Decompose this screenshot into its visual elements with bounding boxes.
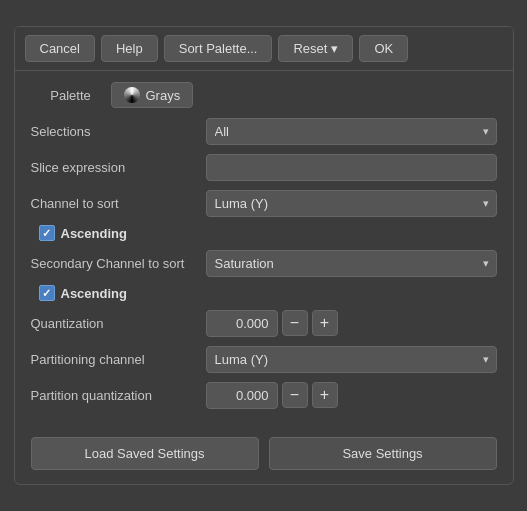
selections-label: Selections	[31, 124, 206, 139]
slice-expression-row: Slice expression	[31, 153, 497, 181]
channel-to-sort-select-wrap: Luma (Y) Red Green Blue Saturation Hue ▾	[206, 190, 497, 217]
ascending2-checkbox[interactable]: ✓	[39, 285, 55, 301]
partitioning-channel-select[interactable]: Luma (Y) Red Green Blue Saturation Hue	[206, 346, 497, 373]
secondary-channel-label: Secondary Channel to sort	[31, 256, 206, 271]
quantization-controls: − +	[206, 310, 338, 337]
save-settings-button[interactable]: Save Settings	[269, 437, 497, 470]
quantization-input[interactable]	[206, 310, 278, 337]
partitioning-channel-row: Partitioning channel Luma (Y) Red Green …	[31, 345, 497, 373]
palette-value: Grays	[146, 88, 181, 103]
palette-button[interactable]: Grays	[111, 82, 194, 108]
ascending2-label: Ascending	[61, 286, 127, 301]
selections-select[interactable]: All None Custom	[206, 118, 497, 145]
partitioning-channel-label: Partitioning channel	[31, 352, 206, 367]
reset-label: Reset	[293, 41, 327, 56]
form-content: Palette Grays Selections All None Custom…	[15, 71, 513, 427]
ascending2-check-icon: ✓	[42, 288, 51, 299]
selections-row: Selections All None Custom ▾	[31, 117, 497, 145]
ascending2-row: ✓ Ascending	[39, 285, 497, 301]
channel-to-sort-label: Channel to sort	[31, 196, 206, 211]
reset-button[interactable]: Reset ▾	[278, 35, 353, 62]
secondary-channel-select-wrap: Saturation Luma (Y) Red Green Blue Hue ▾	[206, 250, 497, 277]
partition-quantization-plus-button[interactable]: +	[312, 382, 338, 408]
palette-icon	[124, 87, 140, 103]
slice-expression-input[interactable]	[206, 154, 497, 181]
quantization-minus-button[interactable]: −	[282, 310, 308, 336]
partition-quantization-row: Partition quantization − +	[31, 381, 497, 409]
load-saved-settings-button[interactable]: Load Saved Settings	[31, 437, 259, 470]
partition-quantization-minus-button[interactable]: −	[282, 382, 308, 408]
partition-quantization-label: Partition quantization	[31, 388, 206, 403]
palette-label: Palette	[31, 88, 111, 103]
partition-quantization-controls: − +	[206, 382, 338, 409]
secondary-channel-select[interactable]: Saturation Luma (Y) Red Green Blue Hue	[206, 250, 497, 277]
ok-button[interactable]: OK	[359, 35, 408, 62]
footer: Load Saved Settings Save Settings	[15, 427, 513, 484]
ascending1-check-icon: ✓	[42, 228, 51, 239]
sort-palette-button[interactable]: Sort Palette...	[164, 35, 273, 62]
cancel-button[interactable]: Cancel	[25, 35, 95, 62]
help-button[interactable]: Help	[101, 35, 158, 62]
toolbar: Cancel Help Sort Palette... Reset ▾ OK	[15, 27, 513, 71]
channel-to-sort-select[interactable]: Luma (Y) Red Green Blue Saturation Hue	[206, 190, 497, 217]
quantization-row: Quantization − +	[31, 309, 497, 337]
sort-palette-dialog: Cancel Help Sort Palette... Reset ▾ OK P…	[14, 26, 514, 485]
partitioning-channel-select-wrap: Luma (Y) Red Green Blue Saturation Hue ▾	[206, 346, 497, 373]
ascending1-row: ✓ Ascending	[39, 225, 497, 241]
palette-row: Palette Grays	[31, 81, 497, 109]
ascending1-label: Ascending	[61, 226, 127, 241]
slice-expression-label: Slice expression	[31, 160, 206, 175]
partition-quantization-input[interactable]	[206, 382, 278, 409]
secondary-channel-row: Secondary Channel to sort Saturation Lum…	[31, 249, 497, 277]
reset-chevron-icon: ▾	[331, 41, 338, 56]
quantization-label: Quantization	[31, 316, 206, 331]
ascending1-checkbox[interactable]: ✓	[39, 225, 55, 241]
quantization-plus-button[interactable]: +	[312, 310, 338, 336]
channel-to-sort-row: Channel to sort Luma (Y) Red Green Blue …	[31, 189, 497, 217]
selections-select-wrap: All None Custom ▾	[206, 118, 497, 145]
